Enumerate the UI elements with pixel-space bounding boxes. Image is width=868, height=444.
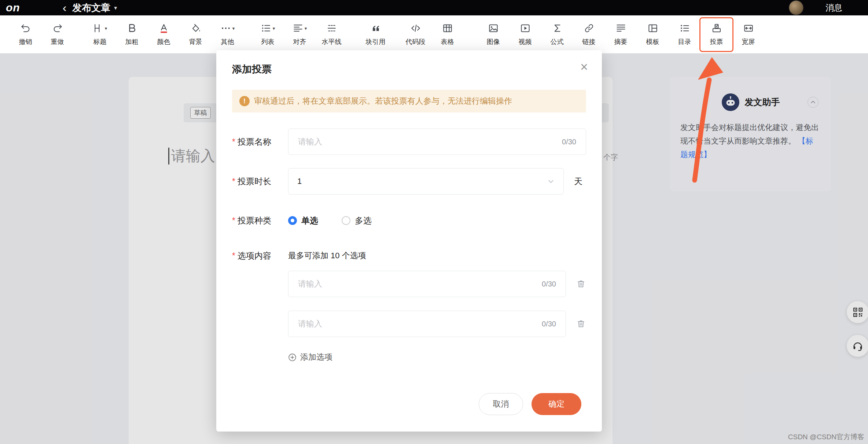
top-bar: on ‹ 发布文章 ▾ 消息: [0, 0, 868, 15]
image-icon: [488, 22, 499, 34]
formula-sigma-icon: [552, 22, 563, 34]
watermark-text: CSDN @CSDN官方博客: [788, 432, 864, 442]
toolbar-more-button[interactable]: ▾ 其他: [212, 15, 243, 53]
vote-name-label: * 投票名称: [232, 136, 288, 147]
toolbar-toc-button[interactable]: 目录: [669, 15, 700, 53]
vote-type-radio-group: 单选 多选: [288, 215, 372, 226]
toolbar-blockquote-button[interactable]: 块引用: [360, 15, 391, 53]
plus-circle-icon: [288, 353, 297, 362]
redo-icon: [52, 22, 63, 34]
radio-multi-choice[interactable]: 多选: [342, 215, 372, 226]
vote-duration-unit: 天: [574, 176, 582, 187]
trash-icon: [576, 319, 586, 329]
toolbar-video-button[interactable]: 视频: [509, 15, 541, 53]
option-row: 请输入 0/30: [288, 311, 586, 337]
editor-toolbar: 撤销 重做 ▾ 标题 加粗 颜色 背景 ▾ 其他 ▾ 列表: [0, 15, 868, 53]
modal-footer: 取消 确定: [479, 393, 581, 415]
summary-icon: [615, 22, 626, 34]
table-icon: [442, 22, 453, 34]
vote-icon: [711, 22, 722, 34]
option-1-input[interactable]: 请输入 0/30: [288, 271, 566, 297]
link-icon: [584, 22, 595, 34]
radio-selected-icon: [288, 216, 297, 225]
vote-duration-row: * 投票时长 1 天: [232, 168, 586, 195]
undo-icon: [20, 22, 31, 34]
cancel-button[interactable]: 取消: [479, 393, 523, 415]
radio-unselected-icon: [342, 216, 350, 225]
toolbar-horizontal-rule-button[interactable]: 水平线: [316, 15, 347, 53]
background-color-icon: [190, 22, 201, 34]
option-row: 请输入 0/30: [288, 271, 586, 297]
toolbar-widescreen-button[interactable]: 宽屏: [732, 15, 764, 53]
trash-icon: [576, 279, 586, 289]
toolbar-link-button[interactable]: 链接: [573, 15, 605, 53]
toolbar-color-button[interactable]: 颜色: [148, 15, 180, 53]
toc-icon: [679, 22, 690, 34]
publish-article-page: on ‹ 发布文章 ▾ 消息 撤销 重做 ▾ 标题 加粗 颜色: [0, 0, 868, 444]
delete-option-2-button[interactable]: [576, 319, 586, 329]
modal-title: 添加投票: [232, 50, 586, 76]
vote-duration-select[interactable]: 1: [288, 168, 564, 195]
close-icon[interactable]: ×: [580, 60, 588, 74]
topbar-right: 消息: [789, 0, 868, 15]
toolbar-table-button[interactable]: 表格: [431, 15, 463, 53]
toolbar-code-block-button[interactable]: 代码段: [400, 15, 431, 53]
radio-single-choice[interactable]: 单选: [288, 215, 318, 226]
delete-option-1-button[interactable]: [576, 279, 586, 289]
chevron-down-icon: [547, 178, 555, 185]
ellipsis-icon: ▾: [220, 22, 235, 34]
heading-icon: ▾: [93, 22, 107, 34]
vote-type-label: * 投票种类: [232, 215, 288, 226]
vote-name-row: * 投票名称 请输入 0/30: [232, 129, 586, 155]
confirm-button[interactable]: 确定: [532, 393, 581, 415]
list-icon: ▾: [261, 22, 275, 34]
toolbar-formula-button[interactable]: 公式: [541, 15, 573, 53]
vote-options-row: * 选项内容 最多可添加 10 个选项 请输入 0/30 请输入: [232, 250, 586, 363]
font-color-icon: [158, 22, 169, 34]
toolbar-align-button[interactable]: ▾ 对齐: [284, 15, 316, 53]
blockquote-icon: [370, 22, 381, 34]
required-marker: *: [232, 136, 235, 147]
vote-type-row: * 投票种类 单选 多选: [232, 215, 586, 226]
options-hint: 最多可添加 10 个选项: [288, 250, 586, 261]
toolbar-bold-button[interactable]: 加粗: [116, 15, 148, 53]
add-vote-modal: 添加投票 × ! 审核通过后，将在文章底部展示。若该投票有人参与，无法进行编辑操…: [216, 50, 602, 432]
add-option-button[interactable]: 添加选项: [288, 352, 586, 363]
toolbar-template-button[interactable]: 模板: [637, 15, 669, 53]
toolbar-background-button[interactable]: 背景: [180, 15, 212, 53]
align-icon: ▾: [293, 22, 307, 34]
toolbar-image-button[interactable]: 图像: [477, 15, 509, 53]
vote-name-placeholder: 请输入: [298, 136, 322, 147]
review-notice-banner: ! 审核通过后，将在文章底部展示。若该投票有人参与，无法进行编辑操作: [232, 90, 586, 112]
template-icon: [647, 22, 658, 34]
messages-link[interactable]: 消息: [825, 2, 842, 14]
title-dropdown-caret-icon[interactable]: ▾: [114, 4, 117, 11]
horizontal-rule-icon: [326, 22, 337, 34]
toolbar-redo-button[interactable]: 重做: [41, 15, 73, 53]
widescreen-icon: [743, 22, 754, 34]
toolbar-list-button[interactable]: ▾ 列表: [252, 15, 284, 53]
avatar[interactable]: [789, 0, 803, 15]
toolbar-heading-button[interactable]: ▾ 标题: [84, 15, 116, 53]
video-icon: [520, 22, 531, 34]
vote-name-input[interactable]: 请输入 0/30: [288, 129, 586, 155]
notice-text: 审核通过后，将在文章底部展示。若该投票有人参与，无法进行编辑操作: [254, 96, 512, 107]
toolbar-summary-button[interactable]: 摘要: [605, 15, 637, 53]
vote-duration-value: 1: [297, 177, 302, 186]
warning-icon: !: [239, 96, 250, 106]
back-chevron-icon[interactable]: ‹: [63, 2, 67, 14]
vote-duration-label: * 投票时长: [232, 176, 288, 187]
vote-name-counter: 0/30: [562, 138, 576, 146]
toolbar-vote-button[interactable]: 投票: [700, 15, 732, 53]
bold-icon: [126, 22, 137, 34]
page-title: 发布文章: [72, 1, 110, 14]
toolbar-undo-button[interactable]: 撤销: [10, 15, 41, 53]
vote-options-label: * 选项内容: [232, 250, 288, 261]
site-logo-fragment: on: [6, 1, 20, 14]
option-2-input[interactable]: 请输入 0/30: [288, 311, 566, 337]
code-icon: [410, 22, 421, 34]
vote-options-column: 最多可添加 10 个选项 请输入 0/30 请输入 0/30: [288, 250, 586, 363]
